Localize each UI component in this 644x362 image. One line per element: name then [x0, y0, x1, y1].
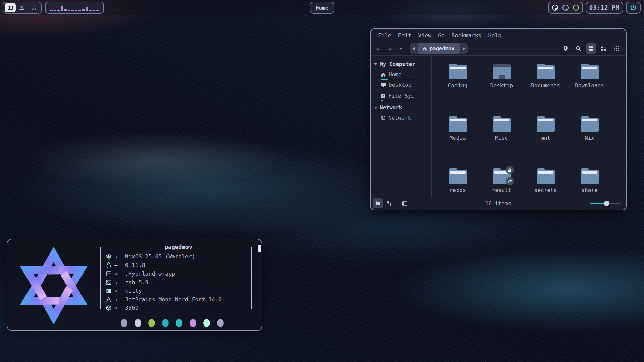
visualizer-bar — [68, 10, 71, 11]
terminal-color-palette — [121, 319, 224, 327]
folder-label: Media — [449, 135, 466, 141]
fetch-row-terminal: → kitty — [106, 287, 251, 295]
icons-view-button[interactable] — [586, 43, 596, 54]
sidebar-item-label: Network — [388, 115, 411, 121]
arrow-glyph: → — [114, 288, 125, 294]
folder-label: repos — [449, 187, 466, 193]
location-pin-button[interactable] — [560, 43, 571, 54]
visualizer-bar — [86, 7, 88, 11]
fetch-row-wm: → .Hyprland-wrapp — [106, 269, 251, 278]
folder-label: Desktop — [490, 82, 513, 89]
folder-misc[interactable]: Misc — [480, 113, 524, 166]
palette-dot — [190, 319, 196, 327]
kernel-icon — [106, 262, 114, 268]
back-button[interactable]: ← — [373, 43, 384, 54]
folder-nix[interactable]: Nix — [568, 113, 611, 166]
timer-indicator-icon[interactable] — [562, 4, 569, 11]
status-circle-icon[interactable] — [572, 4, 580, 11]
breadcrumb-label: pagedmov — [430, 46, 455, 52]
menu-bar: File Edit View Go Bookmarks Help — [371, 29, 626, 42]
os-value: NixOS 25.05 (Warbler) — [125, 253, 195, 260]
nixos-logo — [15, 247, 92, 324]
arrow-glyph: → — [114, 270, 125, 277]
sidebar-item-desktop[interactable]: Desktop — [371, 80, 431, 89]
power-button[interactable] — [626, 2, 641, 14]
menu-edit[interactable]: Edit — [395, 31, 415, 40]
workspace-5[interactable] — [16, 3, 28, 12]
folder-desktop[interactable]: Desktop — [480, 61, 524, 113]
symlink-emblem-icon — [506, 177, 514, 185]
up-button[interactable]: ↑ — [395, 43, 407, 54]
sidebar-group-my-computer[interactable]: My Computer — [371, 59, 431, 69]
folder-label: Documents — [531, 82, 560, 89]
folder-media[interactable]: Media — [436, 113, 480, 166]
kernel-value: 6.11.8 — [125, 262, 145, 268]
menu-view[interactable]: View — [415, 31, 435, 40]
menu-help[interactable]: Help — [485, 31, 505, 40]
palette-dot — [176, 319, 182, 327]
sidebar-item-home[interactable]: Home — [371, 69, 431, 78]
folder-icon — [581, 64, 599, 79]
clock-widget[interactable]: 03:12 PM — [586, 2, 623, 14]
file-manager-window: File Edit View Go Bookmarks Help ← → ↑ p… — [370, 28, 627, 210]
toolbar: ← → ↑ pagedmov — [371, 42, 626, 56]
window-title-label: Home — [316, 5, 329, 11]
workspace-4-glyph — [7, 5, 13, 11]
palette-dot — [121, 319, 127, 327]
terminal-value: kitty — [125, 288, 142, 294]
breadcrumb-path-button[interactable]: pagedmov — [418, 43, 460, 54]
folder-label: mnt — [541, 135, 550, 141]
workspace-5-glyph — [19, 5, 25, 11]
icons-view-icon — [588, 46, 594, 51]
shell-value: zsh 5.9 — [125, 279, 149, 286]
visualizer-bar — [82, 9, 85, 11]
menu-file[interactable]: File — [375, 31, 395, 40]
forward-button[interactable]: → — [384, 43, 395, 54]
item-count-label: 16 items — [371, 200, 626, 207]
folder-icon — [537, 64, 555, 79]
folder-documents[interactable]: Documents — [524, 61, 568, 113]
folder-mnt[interactable]: mnt — [524, 113, 568, 166]
zoom-slider[interactable] — [590, 201, 621, 206]
hostname-label: pagedmov — [161, 244, 196, 250]
visualizer-bar — [54, 10, 57, 11]
workspace-6[interactable] — [29, 3, 40, 12]
menu-go[interactable]: Go — [435, 31, 448, 40]
folder-label: Nix — [585, 135, 594, 141]
clock-label: 03:12 PM — [589, 4, 620, 11]
fastfetch-panel: pagedmov → NixOS 25.05 (Warbler) → 6.11.… — [7, 239, 262, 331]
palette-dot — [162, 319, 169, 327]
location-pin-icon — [563, 46, 568, 52]
search-button[interactable] — [573, 43, 584, 54]
sidebar-item-network[interactable]: Network — [371, 113, 431, 122]
folder-downloads[interactable]: Downloads — [568, 61, 611, 113]
list-view-button[interactable] — [598, 43, 609, 54]
monitor-icon — [493, 64, 511, 79]
visualizer-bars — [50, 5, 99, 11]
visualizer-bar — [61, 6, 64, 11]
breadcrumb: pagedmov — [410, 43, 468, 54]
breadcrumb-right-icon[interactable] — [460, 43, 468, 54]
zoom-slider-knob[interactable] — [604, 201, 609, 206]
folder-icon — [449, 116, 467, 132]
folder-label: result — [492, 187, 512, 193]
terminal-icon — [106, 288, 114, 294]
wm-value: .Hyprland-wrapp — [125, 270, 175, 277]
visualizer-bar — [78, 10, 81, 11]
folder-coding[interactable]: Coding — [436, 61, 480, 113]
folder-label: Coding — [448, 82, 468, 89]
workspace-4[interactable] — [5, 3, 16, 12]
sidebar-group-network[interactable]: Network — [371, 102, 431, 113]
sidebar-group-label: My Computer — [380, 61, 415, 67]
workspaces-widget — [3, 2, 42, 14]
globe-icon — [381, 115, 386, 120]
packages-value: 3869 — [125, 305, 139, 311]
audio-visualizer — [45, 2, 104, 14]
menu-bookmarks[interactable]: Bookmarks — [448, 31, 485, 40]
idle-inhibitor-icon[interactable] — [551, 4, 559, 11]
fetch-row-font: → JetBrains Mono Nerd Font 14.0 — [106, 295, 251, 304]
sidebar-item-file-system[interactable]: File Sy… — [371, 90, 431, 100]
breadcrumb-left-icon[interactable] — [410, 43, 418, 54]
fetch-row-packages: → 3869 — [106, 304, 251, 312]
compact-view-button[interactable] — [611, 43, 622, 54]
